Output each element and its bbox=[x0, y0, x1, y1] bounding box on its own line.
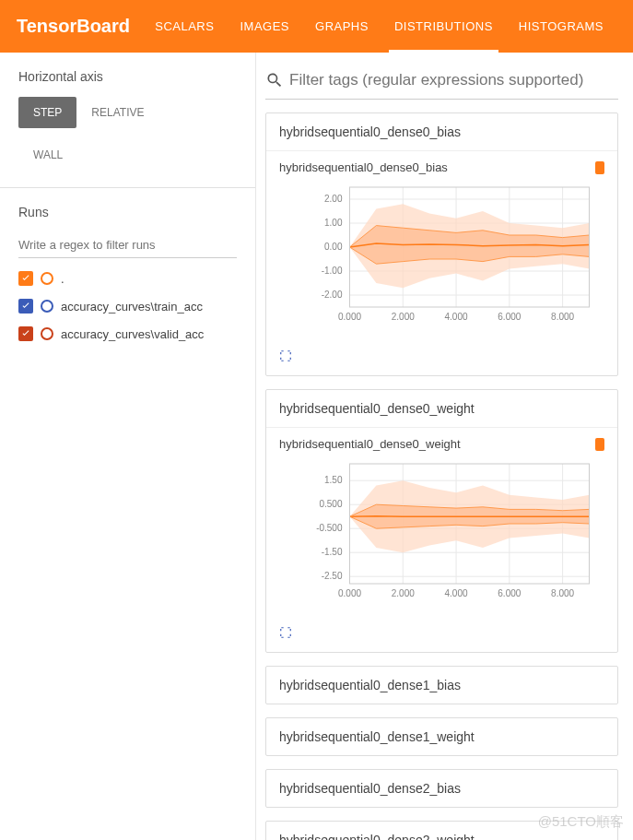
svg-text:4.000: 4.000 bbox=[445, 312, 468, 322]
radio-icon[interactable] bbox=[41, 300, 53, 313]
svg-text:0.000: 0.000 bbox=[338, 588, 361, 598]
tab-distributions[interactable]: DISTRIBUTIONS bbox=[381, 0, 506, 53]
card: hybridsequential0_dense2_bias bbox=[265, 769, 618, 808]
svg-text:0.000: 0.000 bbox=[338, 312, 361, 322]
nav-tabs: SCALARS IMAGES GRAPHS DISTRIBUTIONS HIST… bbox=[142, 0, 616, 53]
svg-text:-0.500: -0.500 bbox=[316, 523, 343, 533]
svg-text:1.00: 1.00 bbox=[324, 218, 343, 228]
tab-graphs[interactable]: GRAPHS bbox=[302, 0, 381, 53]
tab-scalars[interactable]: SCALARS bbox=[142, 0, 227, 53]
search-bar bbox=[265, 65, 618, 100]
svg-text:2.00: 2.00 bbox=[324, 194, 343, 204]
app-header: TensorBoard SCALARS IMAGES GRAPHS DISTRI… bbox=[0, 0, 633, 53]
checkbox-icon[interactable] bbox=[18, 326, 33, 341]
tab-images[interactable]: IMAGES bbox=[227, 0, 302, 53]
main-content: hybridsequential0_dense0_bias hybridsequ… bbox=[256, 53, 633, 840]
runs-section-title: Runs bbox=[18, 205, 237, 219]
svg-text:1.50: 1.50 bbox=[324, 475, 343, 485]
run-badge-icon[interactable] bbox=[595, 161, 604, 174]
distribution-chart: 2.001.000.00-1.00-2.000.0002.0004.0006.0… bbox=[279, 178, 604, 335]
svg-text:-2.00: -2.00 bbox=[322, 290, 343, 300]
card-header[interactable]: hybridsequential0_dense2_bias bbox=[266, 770, 617, 807]
divider bbox=[0, 187, 255, 188]
svg-text:2.000: 2.000 bbox=[392, 588, 415, 598]
card: hybridsequential0_dense1_bias bbox=[265, 666, 618, 704]
chart-title: hybridsequential0_dense0_bias bbox=[279, 160, 448, 174]
card-header[interactable]: hybridsequential0_dense0_bias bbox=[266, 113, 617, 151]
svg-text:8.000: 8.000 bbox=[551, 588, 574, 598]
run-row[interactable]: accuracy_curves\train_acc bbox=[18, 299, 237, 314]
chart-title: hybridsequential0_dense0_weight bbox=[279, 437, 461, 451]
svg-text:0.500: 0.500 bbox=[319, 499, 342, 509]
radio-icon[interactable] bbox=[41, 327, 53, 340]
runs-filter-input[interactable] bbox=[18, 232, 237, 258]
svg-text:8.000: 8.000 bbox=[551, 312, 574, 322]
sidebar: Horizontal axis STEP RELATIVE WALL Runs … bbox=[0, 53, 256, 840]
tag-filter-input[interactable] bbox=[289, 71, 618, 89]
card: hybridsequential0_dense1_weight bbox=[265, 717, 618, 756]
app-logo: TensorBoard bbox=[17, 16, 130, 37]
run-row[interactable]: accuracy_curves\valid_acc bbox=[18, 326, 237, 341]
run-label: accuracy_curves\valid_acc bbox=[61, 327, 204, 341]
svg-text:-1.50: -1.50 bbox=[322, 547, 343, 557]
distribution-chart: 1.500.500-0.500-1.50-2.500.0002.0004.000… bbox=[279, 455, 604, 611]
svg-text:-1.00: -1.00 bbox=[322, 266, 343, 276]
fullscreen-icon[interactable] bbox=[279, 626, 617, 643]
fullscreen-icon[interactable] bbox=[279, 349, 617, 366]
radio-icon[interactable] bbox=[41, 272, 53, 285]
svg-text:0.00: 0.00 bbox=[324, 242, 343, 252]
axis-relative-button[interactable]: RELATIVE bbox=[76, 97, 158, 128]
checkbox-icon[interactable] bbox=[18, 271, 33, 286]
tab-histograms[interactable]: HISTOGRAMS bbox=[506, 0, 616, 53]
svg-text:4.000: 4.000 bbox=[445, 588, 468, 598]
axis-wall-button[interactable]: WALL bbox=[18, 139, 237, 171]
checkbox-icon[interactable] bbox=[18, 299, 33, 314]
axis-section-title: Horizontal axis bbox=[18, 69, 237, 84]
search-icon bbox=[265, 71, 284, 89]
card-header[interactable]: hybridsequential0_dense1_weight bbox=[266, 718, 617, 755]
watermark: @51CTO順客 bbox=[538, 813, 624, 831]
run-label: accuracy_curves\train_acc bbox=[61, 300, 203, 314]
svg-text:-2.50: -2.50 bbox=[322, 571, 343, 581]
run-badge-icon[interactable] bbox=[595, 438, 604, 451]
run-label: . bbox=[61, 272, 64, 286]
card-header[interactable]: hybridsequential0_dense0_weight bbox=[266, 390, 617, 428]
run-row[interactable]: . bbox=[18, 271, 237, 286]
svg-text:2.000: 2.000 bbox=[392, 312, 415, 322]
svg-text:6.000: 6.000 bbox=[498, 588, 521, 598]
card: hybridsequential0_dense0_bias hybridsequ… bbox=[265, 112, 618, 376]
axis-step-button[interactable]: STEP bbox=[18, 97, 76, 128]
card: hybridsequential0_dense0_weight hybridse… bbox=[265, 389, 618, 653]
svg-text:6.000: 6.000 bbox=[498, 312, 521, 322]
card-header[interactable]: hybridsequential0_dense1_bias bbox=[266, 667, 617, 704]
